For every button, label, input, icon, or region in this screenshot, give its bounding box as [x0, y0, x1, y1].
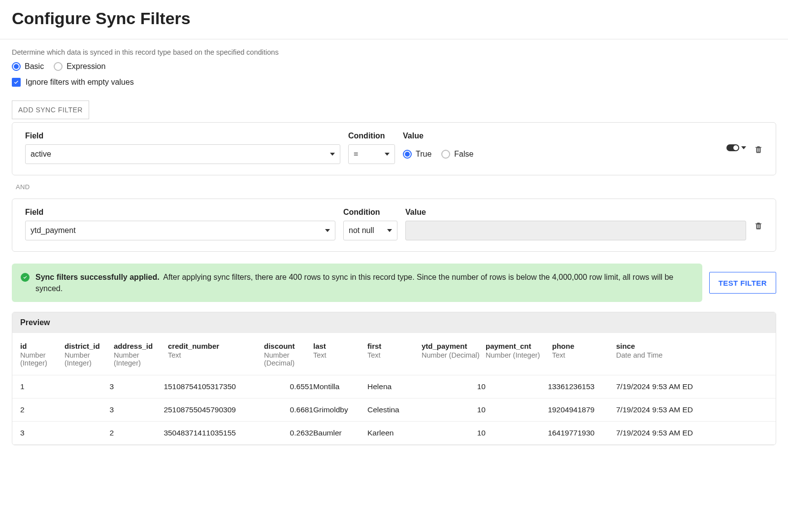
ignore-empty-checkbox[interactable] [12, 78, 21, 87]
value-radio-false[interactable]: False [441, 150, 473, 159]
trash-icon[interactable] [754, 144, 763, 154]
condition-select-value: not null [349, 226, 374, 235]
table-cell: 3 [65, 405, 114, 414]
chevron-down-icon [385, 153, 390, 156]
column-name: district_id [65, 342, 114, 350]
value-radio-true[interactable]: True [403, 150, 431, 159]
page-title: Configure Sync Filters [0, 0, 788, 39]
chevron-down-icon [325, 229, 330, 232]
mode-radio-expression[interactable]: Expression [54, 62, 105, 71]
trash-icon[interactable] [754, 221, 763, 231]
table-cell: 9204941879 [552, 405, 616, 414]
column-type: Text [367, 351, 422, 359]
table-cell: 2 [20, 405, 65, 414]
table-cell: Helena [367, 382, 422, 391]
condition-select[interactable]: = [348, 144, 395, 164]
condition-label: Condition [348, 132, 395, 140]
success-banner: Sync filters successfully applied. After… [12, 264, 702, 302]
table-cell: 3361236153 [552, 382, 616, 391]
table-cell: 1 [486, 405, 552, 414]
column-type: Text [313, 351, 367, 359]
test-filter-button[interactable]: TEST FILTER [709, 272, 776, 294]
mode-expression-label: Expression [66, 62, 105, 71]
column-type: Number (Integer) [65, 351, 114, 367]
column-name: since [616, 342, 707, 350]
table-cell: 7/19/2024 9:53 AM ED [616, 405, 707, 414]
table-cell: 3 [65, 382, 114, 391]
column-name: discount [264, 342, 313, 350]
table-cell: 1 [486, 429, 552, 437]
table-cell: 3 [114, 429, 168, 437]
table-cell: 0.2632 [264, 429, 313, 437]
table-cell: 2 [65, 429, 114, 437]
table-cell: Montilla [313, 382, 367, 391]
column-type: Number (Integer) [114, 351, 168, 367]
column-type: Number (Integer) [486, 351, 552, 359]
table-column-header: district_idNumber (Integer) [65, 342, 114, 367]
filter-row: Field ytd_payment Condition not null Val… [12, 199, 776, 252]
filter-sort-toggle[interactable] [726, 144, 746, 151]
column-type: Number (Decimal) [422, 351, 486, 359]
table-cell: 1 [486, 382, 552, 391]
table-header: idNumber (Integer)district_idNumber (Int… [12, 333, 776, 375]
table-cell: 10 [422, 429, 486, 437]
field-select[interactable]: active [25, 144, 340, 164]
table-cell: Grimoldby [313, 405, 367, 414]
table-cell: 10 [422, 382, 486, 391]
table-cell: Karleen [367, 429, 422, 437]
table-cell: 3 [20, 429, 65, 437]
condition-select-value: = [354, 150, 358, 159]
table-column-header: sinceDate and Time [616, 342, 707, 367]
mode-basic-label: Basic [25, 62, 44, 71]
column-type: Date and Time [616, 351, 707, 359]
column-type: Number (Integer) [20, 351, 65, 367]
value-true-label: True [416, 150, 431, 159]
and-separator: AND [16, 183, 776, 191]
condition-select[interactable]: not null [343, 221, 397, 240]
success-bold: Sync filters successfully applied. [35, 273, 160, 281]
table-cell: 1 [20, 382, 65, 391]
table-column-header: lastText [313, 342, 367, 367]
table-cell: 7/19/2024 9:53 AM ED [616, 382, 707, 391]
ignore-empty-label: Ignore filters with empty values [26, 78, 134, 87]
column-name: credit_number [168, 342, 264, 350]
table-cell: Celestina [367, 405, 422, 414]
table-cell: 5108755045790309 [168, 405, 264, 414]
success-text: Sync filters successfully applied. After… [35, 271, 693, 294]
table-column-header: phoneText [552, 342, 616, 367]
table-cell: 6419771930 [552, 429, 616, 437]
chevron-down-icon [387, 229, 392, 232]
table-column-header: discountNumber (Decimal) [264, 342, 313, 367]
field-select[interactable]: ytd_payment [25, 221, 335, 240]
table-cell: 5108754105317350 [168, 382, 264, 391]
table-cell: Baumler [313, 429, 367, 437]
table-column-header: idNumber (Integer) [20, 342, 65, 367]
column-name: phone [552, 342, 616, 350]
table-column-header: credit_numberText [168, 342, 264, 367]
table-column-header: address_idNumber (Integer) [114, 342, 168, 367]
preview-table: idNumber (Integer)district_idNumber (Int… [12, 333, 776, 445]
description-text: Determine which data is synced in this r… [12, 48, 776, 56]
value-label: Value [405, 208, 746, 217]
value-label: Value [403, 132, 719, 140]
table-cell: 5048371411035155 [168, 429, 264, 437]
table-cell: 7/19/2024 9:53 AM ED [616, 429, 707, 437]
field-label: Field [25, 132, 340, 140]
table-cell: 0.6551 [264, 382, 313, 391]
preview-heading: Preview [12, 312, 776, 333]
column-name: ytd_payment [422, 342, 486, 350]
table-column-header: firstText [367, 342, 422, 367]
mode-radio-basic[interactable]: Basic [12, 62, 44, 71]
chevron-down-icon [741, 146, 746, 149]
table-cell: 10 [422, 405, 486, 414]
table-row: 32350483714110351550.2632BaumlerKarleen1… [12, 422, 776, 445]
column-type: Text [168, 351, 264, 359]
column-name: id [20, 342, 65, 350]
add-sync-filter-button[interactable]: ADD SYNC FILTER [12, 100, 89, 119]
column-type: Number (Decimal) [264, 351, 313, 367]
check-circle-icon [21, 273, 30, 282]
table-cell: 0.6681 [264, 405, 313, 414]
value-input[interactable] [405, 221, 746, 240]
table-row: 23251087550457903090.6681GrimoldbyCelest… [12, 399, 776, 422]
column-name: payment_cnt [486, 342, 552, 350]
